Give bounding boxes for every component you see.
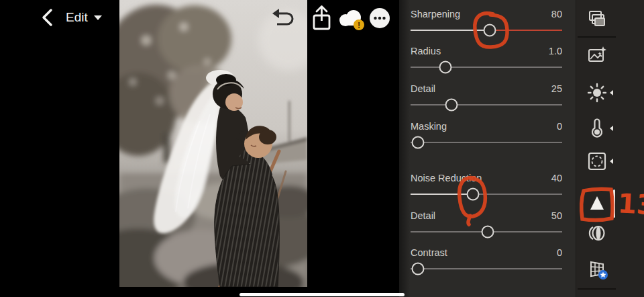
slider-value: 0 [557, 121, 562, 132]
tool-geometry[interactable] [586, 258, 608, 280]
slider-row-nr-detail: Detail50 [411, 210, 562, 232]
slider-label: Noise Reduction [411, 173, 482, 183]
sun-icon [586, 82, 608, 103]
nr-detail-slider[interactable] [411, 231, 562, 232]
more-options-button[interactable] [369, 7, 390, 29]
sharpening-slider[interactable] [411, 30, 562, 31]
slider-label: Detail [411, 83, 435, 94]
detail-sharpen-icon [586, 192, 608, 214]
lightroom-edit-screen: Edit ! Sh [0, 0, 644, 297]
noise-reduction-slider[interactable] [411, 194, 562, 195]
chevron-down-icon [94, 15, 102, 20]
color-edited-indicator [610, 126, 613, 131]
presets-icon [586, 9, 608, 30]
undo-button[interactable] [270, 7, 297, 32]
slider-label: Detail [411, 210, 435, 221]
tool-color[interactable] [586, 118, 608, 139]
slider-row-contrast: Contrast0 [411, 247, 562, 269]
detail-panel: Sharpening80 Radius1.0 Detail25 Masking0… [399, 0, 576, 297]
contrast-slider[interactable] [411, 268, 562, 269]
slider-label: Radius [411, 46, 441, 56]
slider-row-detail: Detail25 [411, 83, 562, 105]
cloud-warning-badge: ! [358, 21, 360, 30]
detail-slider[interactable] [411, 104, 562, 105]
tool-detail[interactable] [586, 192, 608, 214]
thermometer-icon [586, 118, 608, 139]
cloud-sync-button[interactable]: ! [335, 7, 366, 32]
effects-vignette-icon [586, 151, 608, 172]
slider-value: 80 [551, 9, 562, 19]
geometry-icon [586, 258, 609, 281]
home-indicator[interactable] [239, 293, 405, 296]
tool-auto[interactable] [586, 44, 608, 66]
slider-row-noise-reduction: Noise Reduction40 [411, 173, 562, 195]
slider-value: 40 [551, 173, 562, 183]
slider-value: 50 [551, 210, 562, 221]
contrast-slider-handle[interactable] [412, 263, 425, 275]
detail-slider-handle[interactable] [445, 99, 458, 112]
slider-value: 0 [557, 247, 562, 258]
tool-effects[interactable] [586, 151, 608, 172]
selected-tool-indicator [613, 189, 615, 218]
chevron-left-icon [38, 7, 59, 28]
tool-optics[interactable] [586, 222, 608, 244]
slider-label: Contrast [411, 247, 447, 258]
back-button[interactable] [38, 7, 59, 28]
radius-slider-handle[interactable] [439, 61, 451, 74]
rail-divider [578, 36, 616, 38]
radius-slider[interactable] [411, 67, 562, 68]
tool-light[interactable] [586, 82, 608, 103]
wedding-photo [119, 0, 307, 287]
photo-canvas[interactable] [119, 0, 307, 287]
lens-icon [586, 222, 608, 244]
undo-icon [270, 7, 297, 32]
share-button[interactable] [309, 4, 334, 34]
edit-mode-menu[interactable]: Edit [66, 7, 102, 28]
edit-mode-label: Edit [66, 10, 88, 25]
masking-slider-handle[interactable] [412, 136, 425, 149]
tool-presets[interactable] [586, 9, 608, 30]
slider-row-sharpening: Sharpening80 [411, 9, 562, 31]
slider-value: 25 [551, 83, 562, 94]
noise-reduction-slider-handle[interactable] [466, 188, 479, 201]
slider-label: Sharpening [411, 9, 460, 19]
rail-divider [578, 288, 616, 290]
slider-value: 1.0 [549, 46, 562, 56]
nr-detail-slider-handle[interactable] [482, 226, 494, 239]
cloud-sync-warning-icon: ! [335, 7, 366, 32]
sharpening-slider-handle[interactable] [483, 24, 496, 37]
slider-label: Masking [411, 121, 447, 132]
effects-edited-indicator [610, 159, 613, 164]
slider-row-radius: Radius1.0 [411, 46, 562, 68]
masking-slider[interactable] [411, 142, 562, 143]
auto-icon [586, 44, 608, 66]
more-options-icon [369, 7, 390, 29]
light-edited-indicator [610, 90, 613, 95]
share-icon [309, 4, 334, 34]
slider-row-masking: Masking0 [411, 121, 562, 143]
